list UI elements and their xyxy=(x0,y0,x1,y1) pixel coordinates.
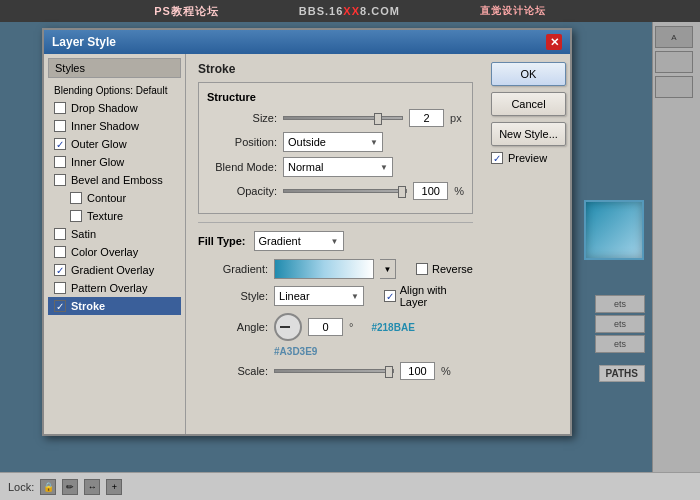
blending-options-item[interactable]: Blending Options: Default xyxy=(48,82,181,99)
style-label: Style: xyxy=(198,290,268,302)
gradient-overlay-item[interactable]: Gradient Overlay xyxy=(48,261,181,279)
texture-checkbox[interactable] xyxy=(70,210,82,222)
structure-subsection: Structure Size: px Position: Outside ▼ xyxy=(198,82,473,214)
bevel-emboss-item[interactable]: Bevel and Emboss xyxy=(48,171,181,189)
color2-annotation: #A3D3E9 xyxy=(274,346,317,357)
outer-glow-checkbox[interactable] xyxy=(54,138,66,150)
cancel-button[interactable]: Cancel xyxy=(491,92,566,116)
pattern-overlay-label: Pattern Overlay xyxy=(71,282,147,294)
angle-row: Angle: ° #218BAE xyxy=(198,313,473,341)
color-overlay-checkbox[interactable] xyxy=(54,246,66,258)
position-dropdown[interactable]: Outside ▼ xyxy=(283,132,383,152)
align-layer-row: Align with Layer xyxy=(384,284,473,308)
drop-shadow-item[interactable]: Drop Shadow xyxy=(48,99,181,117)
gradient-label: Gradient: xyxy=(198,263,268,275)
lock-icon[interactable]: 🔒 xyxy=(40,479,56,495)
position-row: Position: Outside ▼ xyxy=(207,132,464,152)
fill-type-label: Fill Type: xyxy=(198,235,245,247)
drop-shadow-label: Drop Shadow xyxy=(71,102,138,114)
angle-dial[interactable] xyxy=(274,313,302,341)
drop-shadow-checkbox[interactable] xyxy=(54,102,66,114)
gradient-preview[interactable] xyxy=(274,259,374,279)
size-unit: px xyxy=(450,112,462,124)
stroke-section-title: Stroke xyxy=(198,62,473,76)
contour-item[interactable]: Contour xyxy=(48,189,181,207)
reverse-checkbox[interactable] xyxy=(416,263,428,275)
position-label: Position: xyxy=(207,136,277,148)
color-overlay-item[interactable]: Color Overlay xyxy=(48,243,181,261)
inner-glow-item[interactable]: Inner Glow xyxy=(48,153,181,171)
angle-line xyxy=(280,326,290,328)
gradient-dropdown-btn[interactable]: ▼ xyxy=(380,259,396,279)
satin-checkbox[interactable] xyxy=(54,228,66,240)
move-icon[interactable]: ↔ xyxy=(84,479,100,495)
style-dropdown-arrow: ▼ xyxy=(351,292,359,301)
ps-url: BBS.16XX8.COM xyxy=(299,5,400,17)
ps-right-label: 直觉设计论坛 xyxy=(480,4,546,18)
fill-type-dropdown[interactable]: Gradient ▼ xyxy=(254,231,344,251)
position-value: Outside xyxy=(288,136,326,148)
scale-row: Scale: % xyxy=(198,362,473,380)
layer-style-dialog: Layer Style ✕ Styles Blending Options: D… xyxy=(42,28,572,436)
side-panel-2: ets xyxy=(595,315,645,333)
opacity-slider[interactable] xyxy=(283,189,407,193)
styles-header[interactable]: Styles xyxy=(48,58,181,78)
size-slider-thumb[interactable] xyxy=(374,113,382,125)
inner-glow-label: Inner Glow xyxy=(71,156,124,168)
ps-top-bar: PS教程论坛 BBS.16XX8.COM 直觉设计论坛 xyxy=(0,0,700,22)
tool-btn-2[interactable] xyxy=(655,51,693,73)
satin-item[interactable]: Satin xyxy=(48,225,181,243)
dialog-title-bar: Layer Style ✕ xyxy=(44,30,570,54)
inner-shadow-checkbox[interactable] xyxy=(54,120,66,132)
reverse-label: Reverse xyxy=(432,263,473,275)
paths-panel-label: PATHS xyxy=(599,365,645,382)
texture-item[interactable]: Texture xyxy=(48,207,181,225)
preview-row: Preview xyxy=(491,152,564,164)
scale-slider[interactable] xyxy=(274,369,394,373)
inner-shadow-item[interactable]: Inner Shadow xyxy=(48,117,181,135)
style-row: Style: Linear ▼ Align with Layer xyxy=(198,284,473,308)
bevel-emboss-checkbox[interactable] xyxy=(54,174,66,186)
stroke-item[interactable]: Stroke xyxy=(48,297,181,315)
opacity-input[interactable] xyxy=(413,182,448,200)
dialog-title: Layer Style xyxy=(52,35,116,49)
outer-glow-item[interactable]: Outer Glow xyxy=(48,135,181,153)
color1-annotation: #218BAE xyxy=(371,322,414,333)
size-label: Size: xyxy=(207,112,277,124)
right-panels: A xyxy=(652,22,700,500)
stroke-checkbox[interactable] xyxy=(54,300,66,312)
align-layer-checkbox[interactable] xyxy=(384,290,396,302)
ps-forum-label: PS教程论坛 xyxy=(154,4,219,19)
ok-button[interactable]: OK xyxy=(491,62,566,86)
fill-type-arrow: ▼ xyxy=(331,237,339,246)
pattern-overlay-checkbox[interactable] xyxy=(54,282,66,294)
scale-input[interactable] xyxy=(400,362,435,380)
angle-unit: ° xyxy=(349,321,353,333)
tool-btn-3[interactable] xyxy=(655,76,693,98)
tool-btn-1[interactable]: A xyxy=(655,26,693,48)
gradient-row: Gradient: ▼ Reverse xyxy=(198,259,473,279)
layer-preview xyxy=(584,200,644,260)
size-input[interactable] xyxy=(409,109,444,127)
inner-glow-checkbox[interactable] xyxy=(54,156,66,168)
lock-label: Lock: xyxy=(8,481,34,493)
contour-checkbox[interactable] xyxy=(70,192,82,204)
style-dropdown[interactable]: Linear ▼ xyxy=(274,286,364,306)
scale-slider-thumb[interactable] xyxy=(385,366,393,378)
styles-panel: Styles Blending Options: Default Drop Sh… xyxy=(44,54,186,434)
gradient-overlay-checkbox[interactable] xyxy=(54,264,66,276)
side-panel-3: ets xyxy=(595,335,645,353)
pattern-overlay-item[interactable]: Pattern Overlay xyxy=(48,279,181,297)
opacity-slider-thumb[interactable] xyxy=(398,186,406,198)
angle-input[interactable] xyxy=(308,318,343,336)
outer-glow-label: Outer Glow xyxy=(71,138,127,150)
blend-mode-dropdown[interactable]: Normal ▼ xyxy=(283,157,393,177)
add-icon[interactable]: + xyxy=(106,479,122,495)
size-slider[interactable] xyxy=(283,116,403,120)
dialog-body: Styles Blending Options: Default Drop Sh… xyxy=(44,54,570,434)
blending-options-label: Blending Options: Default xyxy=(54,85,167,96)
pen-icon[interactable]: ✏ xyxy=(62,479,78,495)
preview-checkbox[interactable] xyxy=(491,152,503,164)
dialog-close-button[interactable]: ✕ xyxy=(546,34,562,50)
new-style-button[interactable]: New Style... xyxy=(491,122,566,146)
